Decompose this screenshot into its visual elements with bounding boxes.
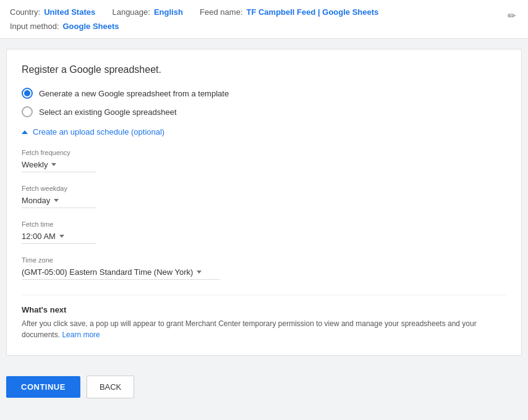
feed-name-label: Feed name:	[200, 7, 242, 17]
input-method-value: Google Sheets	[63, 22, 119, 31]
fetch-weekday-dropdown[interactable]: Monday	[22, 196, 96, 208]
fetch-time-value: 12:00 AM	[22, 232, 56, 241]
edit-icon: ✏	[508, 10, 516, 21]
fetch-weekday-label: Fetch weekday	[22, 185, 506, 192]
radio-group: Generate a new Google spreadsheet from a…	[22, 88, 506, 117]
language-label: Language:	[112, 7, 150, 17]
schedule-toggle-button[interactable]: Create an upload schedule (optional)	[22, 127, 164, 136]
fetch-frequency-value: Weekly	[22, 160, 48, 169]
info-bar: Country: United States Language: English…	[0, 0, 528, 39]
continue-button[interactable]: CONTINUE	[6, 376, 80, 398]
fetch-time-dropdown[interactable]: 12:00 AM	[22, 232, 96, 244]
back-button[interactable]: BACK	[87, 376, 134, 398]
fetch-weekday-value: Monday	[22, 196, 50, 205]
timezone-label: Time zone	[22, 256, 506, 264]
learn-more-link[interactable]: Learn more	[62, 330, 100, 339]
fetch-frequency-dropdown[interactable]: Weekly	[22, 160, 96, 172]
timezone-dropdown[interactable]: (GMT-05:00) Eastern Standard Time (New Y…	[22, 267, 219, 280]
whats-next-section: What's next After you click save, a pop …	[22, 295, 506, 340]
fetch-time-arrow-icon	[59, 235, 64, 238]
radio-label-2: Select an existing Google spreadsheet	[39, 107, 177, 117]
radio-option-2[interactable]: Select an existing Google spreadsheet	[22, 106, 506, 117]
fetch-time-label: Fetch time	[22, 220, 506, 228]
country-value: United States	[44, 7, 95, 17]
radio-option-1[interactable]: Generate a new Google spreadsheet from a…	[22, 88, 506, 99]
timezone-group: Time zone (GMT-05:00) Eastern Standard T…	[22, 256, 506, 280]
chevron-up-icon	[22, 130, 28, 134]
fetch-time-group: Fetch time 12:00 AM	[22, 220, 506, 244]
whats-next-text: After you click save, a pop up will appe…	[22, 318, 506, 340]
fetch-weekday-arrow-icon	[54, 199, 59, 202]
fetch-weekday-group: Fetch weekday Monday	[22, 185, 506, 208]
timezone-value: (GMT-05:00) Eastern Standard Time (New Y…	[22, 267, 193, 277]
separator-1	[101, 7, 106, 17]
schedule-toggle-label: Create an upload schedule (optional)	[33, 127, 164, 136]
whats-next-title: What's next	[22, 305, 506, 314]
edit-button[interactable]: ✏	[505, 7, 518, 24]
radio-circle-1	[22, 88, 33, 99]
input-method-label: Input method:	[10, 22, 59, 31]
language-value: English	[154, 7, 183, 17]
timezone-arrow-icon	[197, 271, 202, 274]
fetch-frequency-label: Fetch frequency	[22, 149, 506, 156]
fetch-frequency-group: Fetch frequency Weekly	[22, 149, 506, 172]
feed-name-value: TF Campbell Feed | Google Sheets	[246, 7, 378, 17]
bottom-bar: CONTINUE BACK	[0, 366, 528, 408]
country-label: Country:	[10, 7, 40, 17]
radio-circle-2	[22, 106, 33, 117]
fetch-frequency-arrow-icon	[51, 163, 56, 166]
card-title: Register a Google spreadsheet.	[22, 64, 506, 75]
main-card: Register a Google spreadsheet. Generate …	[6, 49, 522, 356]
separator-2	[189, 7, 194, 17]
radio-label-1: Generate a new Google spreadsheet from a…	[39, 89, 229, 98]
